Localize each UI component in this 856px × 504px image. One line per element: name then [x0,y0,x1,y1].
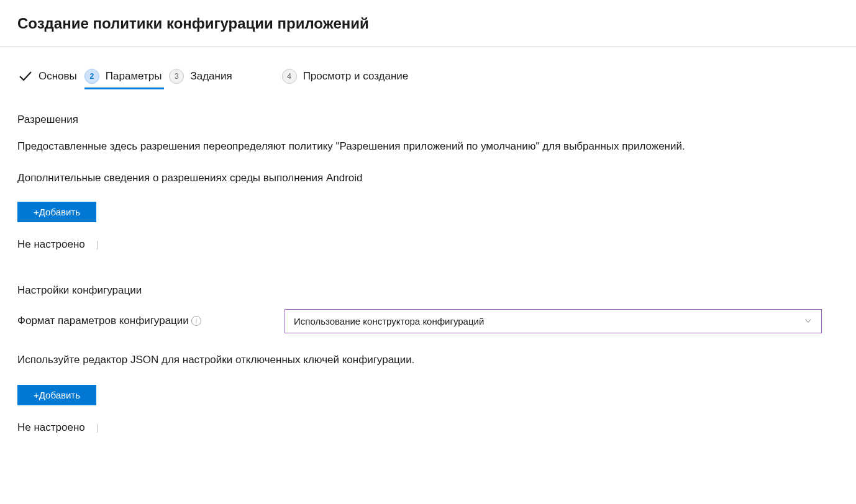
add-config-button[interactable]: +Добавить [17,385,96,405]
config-json-hint: Используйте редактор JSON для настройки … [17,352,839,368]
config-status-text: Не настроено [17,421,85,434]
step-label: Параметры [106,70,162,83]
permissions-learn-more[interactable]: Дополнительные сведения о разрешениях ср… [17,172,839,184]
permissions-status-text: Не настроено [17,238,85,251]
config-status: Не настроено | [17,421,839,434]
status-divider-icon: | [96,423,99,433]
config-heading: Настройки конфигурации [17,284,839,297]
header-divider [0,46,856,47]
chevron-down-icon [804,317,813,325]
permissions-heading: Разрешения [17,114,839,126]
config-format-value: Использование конструктора конфигураций [294,316,484,326]
step-number-icon: 4 [282,69,297,84]
step-assignments[interactable]: 3 Задания [169,69,232,89]
info-icon[interactable]: i [191,316,201,326]
page-title: Создание политики конфигурации приложени… [0,0,856,46]
step-label: Задания [190,70,232,83]
step-number-icon: 2 [84,69,99,84]
permissions-status: Не настроено | [17,238,839,251]
step-label: Просмотр и создание [303,70,409,83]
checkmark-icon [17,69,32,84]
config-format-label: Формат параметров конфигурации i [17,315,285,327]
config-format-label-text: Формат параметров конфигурации [17,315,189,327]
status-divider-icon: | [96,240,99,250]
step-basics[interactable]: Основы [17,69,77,89]
permissions-description: Предоставленные здесь разрешения переопр… [17,138,839,155]
step-review[interactable]: 4 Просмотр и создание [282,69,409,89]
wizard-stepper: Основы 2 Параметры 3 Задания 4 Просмотр … [17,69,839,89]
step-number-icon: 3 [169,69,184,84]
config-format-select[interactable]: Использование конструктора конфигураций [285,309,822,333]
step-label: Основы [39,70,77,83]
step-parameters[interactable]: 2 Параметры [84,69,162,89]
add-permission-button[interactable]: +Добавить [17,202,96,222]
config-format-row: Формат параметров конфигурации i Использ… [17,309,839,333]
main-content: Основы 2 Параметры 3 Задания 4 Просмотр … [0,69,856,434]
